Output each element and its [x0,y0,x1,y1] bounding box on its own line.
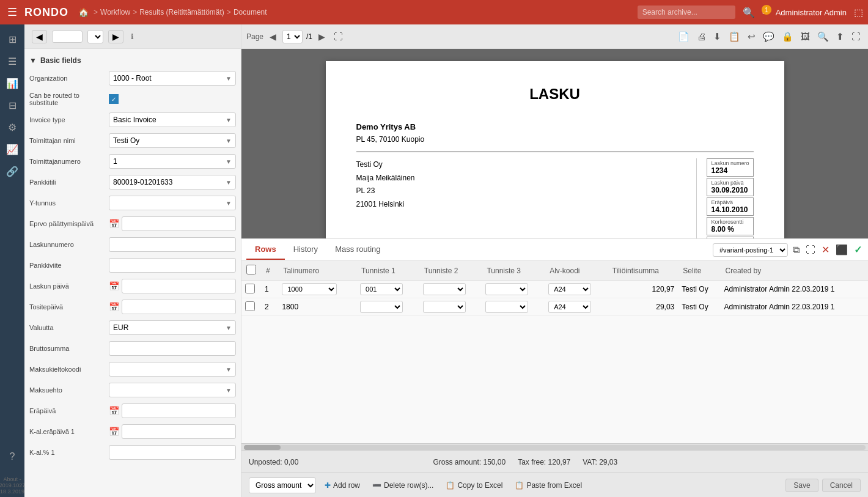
sidebar-icon-grid[interactable]: ⊞ [2,29,22,49]
maksuehto-select[interactable]: ▼ [109,383,236,397]
tab-history[interactable]: History [285,240,326,260]
nav-back-button[interactable]: ◀ [32,30,47,43]
image-icon[interactable]: 🖼 [798,30,812,43]
row1-num: 1 [261,281,278,298]
copy-posting-button[interactable]: ⧉ [792,243,801,257]
row2-tunniste1-select[interactable] [360,301,403,313]
kal-percent-input[interactable] [109,445,236,460]
notification-button[interactable]: ✉ 1 [762,8,768,17]
maksukieltokoodi-select[interactable]: ▼ [109,362,236,377]
upload-icon[interactable]: ⬆ [834,30,847,43]
stamp-icon[interactable]: 📋 [726,30,743,43]
row2-checkbox[interactable] [245,301,255,311]
add-row-button[interactable]: ✚ Add row [321,480,364,491]
zoom-icon[interactable]: 🔍 [815,30,831,43]
delete-rows-button[interactable]: ➖ Delete row(s)... [369,480,437,491]
copy-excel-button[interactable]: 📋 Copy to Excel [442,480,506,491]
row1-tunniste1-select[interactable]: 001 [360,283,403,295]
kal-erapaiva-input[interactable] [122,424,236,439]
row1-tunniste2-select[interactable] [423,283,466,295]
search-icon[interactable]: 🔍 [743,7,755,18]
sidebar-icon-link[interactable]: 🔗 [2,161,22,181]
logout-icon[interactable]: ⬚ [854,7,863,18]
info-icon[interactable]: ℹ [131,32,134,41]
row2-alv-koodi-select[interactable]: A24 [548,301,591,313]
tositepäivä-input[interactable]: 22.03.2019 [122,300,236,314]
page-next-button[interactable]: ▶ [316,31,328,43]
row1-checkbox[interactable] [245,284,255,293]
menu-icon[interactable]: ☰ [5,3,20,21]
breadcrumb-workflow[interactable]: Workflow [100,8,130,17]
eprvo-label: Eprvo päättymispäivä [29,220,109,227]
calendar-icon[interactable]: 📅 [109,427,119,436]
breadcrumb-document[interactable]: Document [234,8,267,17]
calendar-icon[interactable]: 📅 [109,281,119,291]
row1-alv-koodi-select[interactable]: A24 [548,283,591,295]
calendar-icon[interactable]: 📅 [109,219,119,229]
right-panel: Page ◀ 1 /1 ▶ ⛶ 📄 🖨 ⬇ 📋 ↩ 💬 🔒 🖼 🔍 ⬆ ⛶ [241,24,868,497]
sidebar-icon-list[interactable]: ☰ [2,51,22,71]
variant-select[interactable]: #variant-posting-1 [713,243,788,257]
can-be-routed-checkbox[interactable]: ✓ [109,94,119,104]
save-button[interactable]: Save [785,479,818,492]
row1-talinumero-select[interactable]: 1000 [282,283,337,295]
sidebar-icon-apps[interactable]: ⊟ [2,95,22,115]
eprvo-date: 📅 [109,216,236,231]
pankkitili-select[interactable]: 800019-01201633 ▼ [109,175,236,190]
row2-num: 2 [261,298,278,316]
fullscreen-icon[interactable]: ⛶ [849,30,863,43]
laskunnumero-input[interactable]: 123456 [109,237,236,252]
tab-rows[interactable]: Rows [246,240,285,260]
sidebar-icon-help[interactable]: ? [2,447,22,466]
row1-selite: Testi Oy [678,281,720,298]
select-all-checkbox[interactable] [246,265,256,274]
search-input[interactable] [638,6,735,19]
delete-posting-button[interactable]: ✕ [820,243,831,257]
basic-fields-header[interactable]: ▼ Basic fields [29,54,236,70]
nav-forward-button[interactable]: ▶ [108,30,123,43]
invoice-page: LASKU Demo Yritys AB PL 45, 70100 Kuopio… [326,61,784,238]
eräpäivä-input[interactable]: 29.03.2019 [122,403,236,418]
paste-excel-button[interactable]: 📋 Paste from Excel [511,480,586,491]
tab-mass-routing[interactable]: Mass routing [326,240,389,260]
sidebar-icon-chart[interactable]: 📊 [2,73,22,93]
organization-select[interactable]: 1000 - Root ▼ [109,71,236,86]
laskun-paiva-input[interactable]: 22.03.2019 [122,279,236,293]
toimittajanumero-select[interactable]: 1 ▼ [109,154,236,169]
lock-icon[interactable]: 🔒 [779,30,796,43]
calendar-icon[interactable]: 📅 [109,406,119,416]
pankkiviite-input[interactable] [109,258,236,273]
sidebar-icon-analytics[interactable]: 📈 [2,139,22,159]
version-label[interactable]: About - 2019.1027 (18.3.2019) [0,474,28,497]
home-icon[interactable]: 🏠 [78,7,89,17]
bruttosumma-input[interactable]: 150,00 [109,341,236,356]
nav-number-input[interactable]: 253 [52,31,83,43]
horizontal-scrollbar[interactable] [241,443,868,451]
comment-icon[interactable]: 💬 [760,30,777,43]
row2-tunniste2-select[interactable] [423,301,466,313]
row1-tunniste3-select[interactable] [485,283,528,295]
cancel-button[interactable]: Cancel [822,479,861,492]
toimittajan-nimi-select[interactable]: Testi Oy ▼ [109,133,236,148]
rotate-icon[interactable]: ↩ [745,30,758,43]
expand-page-icon[interactable]: ⛶ [331,30,345,43]
page-select[interactable]: 1 [282,30,303,43]
breadcrumb-results[interactable]: Results (Reitittämättömät) [139,8,224,17]
row2-tunniste3-select[interactable] [485,301,528,313]
page-prev-button[interactable]: ◀ [267,31,279,43]
scroll-thumb[interactable] [244,445,281,450]
action-dropdown[interactable]: Gross amount [249,477,316,493]
export-icon[interactable]: 📄 [675,30,692,43]
invoice-type-select[interactable]: Basic Invoice ▼ [109,112,236,127]
print-icon[interactable]: 🖨 [694,30,708,43]
sidebar-icon-settings[interactable]: ⚙ [2,117,22,137]
confirm-posting-button[interactable]: ✓ [853,243,863,257]
split-posting-button[interactable]: ⬛ [834,243,849,257]
valuutta-select[interactable]: EUR ▼ [109,320,236,335]
eprvo-input[interactable] [122,216,236,231]
calendar-icon[interactable]: 📅 [109,302,119,312]
expand-posting-button[interactable]: ⛶ [804,243,817,257]
download-icon[interactable]: ⬇ [711,30,724,43]
ytunnus-select[interactable]: ▼ [109,196,236,210]
nav-select[interactable] [87,30,103,43]
